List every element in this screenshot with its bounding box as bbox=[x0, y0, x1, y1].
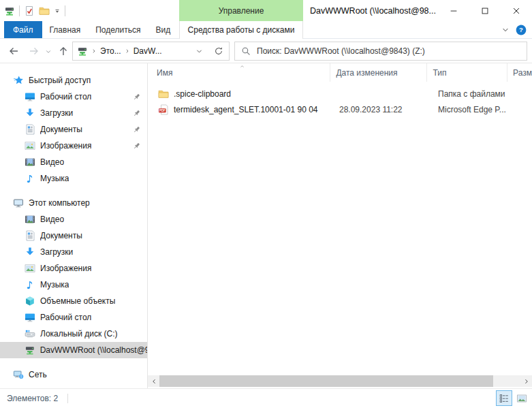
sidebar-item-desktop[interactable]: Рабочий стол bbox=[0, 89, 147, 105]
sidebar-item-label: Видео bbox=[40, 157, 64, 167]
tab-home[interactable]: Главная bbox=[42, 21, 89, 38]
downloads-icon bbox=[25, 108, 35, 119]
breadcrumb-chevron-icon[interactable] bbox=[91, 48, 97, 54]
minimize-button[interactable] bbox=[438, 0, 469, 21]
file-row-1[interactable]: .spice-clipboard Папка с файлами bbox=[148, 86, 532, 101]
column-header-name[interactable]: Имя bbox=[148, 63, 330, 82]
properties-icon[interactable] bbox=[24, 5, 35, 16]
contextual-tab-group-manage: Управление bbox=[179, 0, 303, 21]
breadcrumb-chevron-icon[interactable] bbox=[125, 48, 130, 54]
recent-locations-chevron-icon[interactable] bbox=[45, 48, 52, 55]
horizontal-scrollbar[interactable] bbox=[148, 375, 532, 387]
pin-icon bbox=[132, 142, 141, 151]
objects3d-icon bbox=[25, 296, 35, 307]
sidebar-item-davwwwroot[interactable]: DavWWWRoot (\\localhost@9 bbox=[0, 342, 147, 358]
sidebar-section-label: Этот компьютер bbox=[29, 198, 90, 208]
navigation-pane: Быстрый доступ Рабочий стол Загрузки Док… bbox=[0, 63, 147, 388]
sidebar-item-downloads[interactable]: Загрузки bbox=[0, 244, 147, 260]
scroll-right-button[interactable] bbox=[520, 375, 532, 387]
sidebar-item-documents[interactable]: Документы bbox=[0, 121, 147, 138]
window-title: DavWWWRoot (\\localhost@98... bbox=[310, 0, 436, 21]
file-type: Папка с файлами bbox=[433, 86, 514, 101]
column-header-date[interactable]: Дата изменения bbox=[330, 63, 426, 82]
close-button[interactable] bbox=[501, 0, 532, 21]
video-icon bbox=[25, 214, 35, 225]
sidebar-item-downloads[interactable]: Загрузки bbox=[0, 105, 147, 121]
ribbon-collapse-chevron-icon[interactable] bbox=[501, 26, 510, 34]
view-buttons bbox=[496, 390, 530, 406]
up-arrow-icon[interactable] bbox=[58, 46, 69, 57]
sidebar-section-network[interactable]: Сеть bbox=[0, 366, 147, 383]
pdf-file-icon bbox=[158, 104, 169, 115]
column-header-date-label: Дата изменения bbox=[336, 68, 397, 78]
file-row-2[interactable]: termidesk_agent_SLET.10001-01 90 04 28.0… bbox=[148, 101, 532, 117]
sidebar-item-videos[interactable]: Видео bbox=[0, 211, 147, 227]
tab-share[interactable]: Поделиться bbox=[88, 21, 148, 38]
file-date: 28.09.2023 11:22 bbox=[334, 101, 433, 117]
details-view-button[interactable] bbox=[496, 390, 512, 406]
video-icon bbox=[25, 157, 35, 168]
sidebar-section-this-pc[interactable]: Этот компьютер bbox=[0, 195, 147, 211]
forward-arrow-icon[interactable] bbox=[29, 46, 40, 57]
sidebar-item-label: Рабочий стол bbox=[40, 313, 91, 322]
sidebar-item-label: Музыка bbox=[40, 174, 69, 183]
scroll-left-icon bbox=[151, 378, 157, 385]
desktop-icon bbox=[25, 312, 35, 323]
sidebar-item-3d-objects[interactable]: Объемные объекты bbox=[0, 293, 147, 309]
column-header-type[interactable]: Тип bbox=[426, 63, 507, 82]
sidebar-item-label: Локальный диск (C:) bbox=[40, 329, 118, 339]
minimize-icon bbox=[449, 6, 458, 16]
file-tab[interactable]: Файл bbox=[4, 21, 42, 38]
sidebar-item-label: Видео bbox=[40, 215, 64, 224]
sidebar-item-local-disk-c[interactable]: Локальный диск (C:) bbox=[0, 326, 147, 342]
sidebar-item-music[interactable]: Музыка bbox=[0, 277, 147, 293]
sidebar-item-label: Изображения bbox=[40, 141, 91, 151]
scrollbar-track[interactable] bbox=[493, 375, 520, 387]
thumbnails-view-button[interactable] bbox=[514, 390, 530, 406]
scroll-left-button[interactable] bbox=[148, 375, 159, 387]
help-icon[interactable] bbox=[516, 25, 527, 35]
search-box[interactable] bbox=[234, 42, 527, 61]
tab-view[interactable]: Вид bbox=[148, 21, 178, 38]
search-input[interactable] bbox=[257, 46, 520, 56]
sidebar-item-pictures[interactable]: Изображения bbox=[0, 138, 147, 154]
breadcrumb-segment-this-pc[interactable]: Это... bbox=[100, 46, 121, 56]
breadcrumb[interactable]: Это... DavW... bbox=[72, 42, 208, 61]
sidebar-item-pictures[interactable]: Изображения bbox=[0, 260, 147, 277]
explorer-window: Управление DavWWWRoot (\\localhost@98...… bbox=[0, 0, 532, 408]
column-headers: Имя Дата изменения Тип Разм bbox=[148, 63, 532, 82]
status-bar: Элементов: 2 bbox=[0, 388, 532, 408]
desktop-icon bbox=[25, 91, 35, 102]
close-icon bbox=[512, 6, 521, 16]
sidebar-section-items: Рабочий стол Загрузки Документы Изображе… bbox=[0, 89, 147, 187]
sidebar-item-videos[interactable]: Видео bbox=[0, 154, 147, 170]
back-arrow-icon[interactable] bbox=[8, 46, 19, 57]
scrollbar-thumb[interactable] bbox=[159, 375, 493, 387]
column-header-type-label: Тип bbox=[433, 68, 446, 78]
pin-icon bbox=[132, 109, 141, 118]
quick-access-toolbar bbox=[4, 0, 65, 21]
qat-dropdown-icon[interactable] bbox=[54, 7, 61, 14]
breadcrumb-segment-davwwwroot[interactable]: DavW... bbox=[134, 46, 162, 56]
sidebar-section: Сеть bbox=[0, 366, 147, 383]
toolbar-divider bbox=[65, 5, 65, 16]
sidebar-section-quick-access[interactable]: Быстрый доступ bbox=[0, 72, 147, 89]
network-icon bbox=[13, 369, 24, 380]
sidebar-item-desktop[interactable]: Рабочий стол bbox=[0, 309, 147, 326]
folder-icon[interactable] bbox=[39, 5, 50, 16]
column-header-size[interactable]: Разм bbox=[507, 63, 532, 82]
sidebar-item-documents[interactable]: Документы bbox=[0, 227, 147, 244]
window-controls bbox=[438, 0, 532, 21]
sidebar-section: Быстрый доступ Рабочий стол Загрузки Док… bbox=[0, 72, 147, 187]
network-drive-icon bbox=[25, 345, 35, 356]
refresh-button[interactable] bbox=[208, 42, 230, 61]
sidebar-item-label: Рабочий стол bbox=[40, 92, 91, 101]
address-dropdown-chevron-icon[interactable] bbox=[195, 48, 203, 55]
sidebar-item-music[interactable]: Музыка bbox=[0, 170, 147, 187]
sidebar-item-label: Документы bbox=[40, 125, 82, 134]
breadcrumb-root-icon[interactable] bbox=[77, 46, 88, 57]
maximize-button[interactable] bbox=[469, 0, 501, 21]
tab-drive-tools[interactable]: Средства работы с дисками bbox=[179, 21, 303, 39]
network-drive-icon[interactable] bbox=[4, 5, 15, 16]
sidebar-section-items: Видео Документы Загрузки Изображения Муз… bbox=[0, 211, 147, 358]
